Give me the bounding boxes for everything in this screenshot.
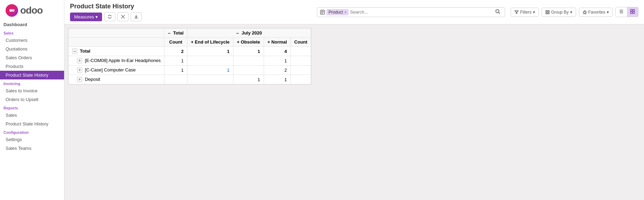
pivot-total-count-july: 4 <box>264 47 290 56</box>
content-area: – Total – July 2020 Count + End of L <box>64 24 644 200</box>
sidebar-item-products[interactable]: Products <box>0 62 64 71</box>
view-toggle <box>615 7 638 17</box>
pivot-computer-expand[interactable]: + <box>77 67 82 73</box>
sidebar-item-sales-report[interactable]: Sales <box>0 111 64 120</box>
pivot-total-obsolete: 1 <box>233 47 264 56</box>
svg-rect-12 <box>546 13 547 14</box>
search-bar: Product × <box>317 7 505 17</box>
sidebar-item-product-state-history[interactable]: Product State History <box>0 71 64 79</box>
page-title: Product State History <box>70 3 142 10</box>
pivot-total-collapse[interactable]: – <box>72 48 77 54</box>
sidebar-item-product-state-history-report[interactable]: Product State History <box>0 120 64 128</box>
groupby-button[interactable]: Group By ▾ <box>542 8 576 17</box>
svg-point-1 <box>12 9 15 12</box>
pivot-computer-eol: 1 <box>187 66 233 75</box>
pivot-deposit-expand[interactable]: + <box>77 77 82 82</box>
expand-icon-button[interactable] <box>104 12 115 21</box>
svg-point-8 <box>496 9 499 13</box>
pivot-deposit-eol <box>187 75 233 84</box>
pivot-count-header-july: Count <box>290 38 311 47</box>
pivot-deposit-empty <box>290 75 311 84</box>
search-tag-remove[interactable]: × <box>344 10 347 14</box>
sidebar-section-sales: Sales <box>0 29 64 36</box>
pivot-col-header-row: – Total – July 2020 <box>69 29 311 38</box>
svg-rect-10 <box>546 10 547 12</box>
pivot-total-row: – Total 2 1 1 4 <box>69 47 311 56</box>
top-bar-left: Product State History Measures ▾ <box>70 3 142 21</box>
main-content: Product State History Measures ▾ <box>64 0 644 200</box>
pivot-deposit-count-july: 1 <box>264 75 290 84</box>
pivot-row-label-header <box>69 38 164 47</box>
pivot-eol-header: + End of Lifecycle <box>187 38 233 47</box>
table-row: + [C-Case] Computer Case 1 1 2 <box>69 66 311 75</box>
table-row: + [E-COM08] Apple In-Ear Headphones 1 1 <box>69 56 311 66</box>
search-icon <box>495 9 501 14</box>
list-icon <box>320 10 325 15</box>
pivot-corner-cell <box>69 29 164 38</box>
pivot-row-computer-label: + [C-Case] Computer Case <box>69 66 164 75</box>
pivot-computer-obsolete <box>233 66 264 75</box>
pivot-total-count-empty <box>290 47 311 56</box>
sidebar-item-dashboard[interactable]: Dashboard <box>0 20 64 29</box>
sidebar-item-customers[interactable]: Customers <box>0 36 64 45</box>
pivot-apple-eol <box>187 56 233 66</box>
star-icon <box>583 10 587 14</box>
logo-text: odoo <box>20 5 42 16</box>
groupby-icon <box>545 10 550 14</box>
pivot-row-deposit-label: + Deposit <box>69 75 164 84</box>
sidebar-section-reports: Reports <box>0 104 64 111</box>
sidebar-item-sales-to-invoice[interactable]: Sales to Invoice <box>0 86 64 95</box>
pivot-normal-header: + Normal <box>264 38 290 47</box>
measures-button[interactable]: Measures ▾ <box>70 13 102 21</box>
pivot-deposit-count-total <box>164 75 187 84</box>
pivot-apple-obsolete <box>233 56 264 66</box>
pivot-obsolete-header: + Obsolete <box>233 38 264 47</box>
svg-rect-21 <box>633 12 635 14</box>
svg-marker-14 <box>583 10 587 14</box>
svg-rect-13 <box>548 13 549 14</box>
svg-rect-11 <box>548 10 549 12</box>
sidebar-item-settings[interactable]: Settings <box>0 135 64 144</box>
svg-rect-20 <box>630 12 632 14</box>
search-submit-button[interactable] <box>494 9 502 16</box>
pivot-total-label: – Total <box>69 47 164 56</box>
search-tag-product[interactable]: Product × <box>326 9 349 15</box>
filters-button[interactable]: Filters ▾ <box>511 8 539 17</box>
list-view-icon <box>619 9 624 14</box>
sidebar-section-configuration: Configuration <box>0 128 64 135</box>
svg-point-0 <box>9 9 12 12</box>
pivot-total-count-total: 2 <box>164 47 187 56</box>
list-view-button[interactable] <box>616 7 627 17</box>
pivot-deposit-obsolete: 1 <box>233 75 264 84</box>
pivot-view-button[interactable] <box>627 7 638 17</box>
search-input[interactable] <box>350 9 494 15</box>
svg-rect-19 <box>633 9 635 11</box>
pivot-total-eol: 1 <box>187 47 233 56</box>
download-button[interactable] <box>131 12 142 21</box>
pivot-apple-count-total: 1 <box>164 56 187 66</box>
svg-line-9 <box>499 12 500 14</box>
sidebar: odoo Dashboard Sales Customers Quotation… <box>0 0 64 200</box>
pivot-view-icon <box>630 9 635 14</box>
sidebar-item-sales-orders[interactable]: Sales Orders <box>0 53 64 62</box>
sidebar-item-quotations[interactable]: Quotations <box>0 45 64 53</box>
toolbar: Measures ▾ <box>70 12 142 21</box>
table-row: + Deposit 1 1 <box>69 75 311 84</box>
logo-icon <box>6 4 18 17</box>
favorites-button[interactable]: Favorites ▾ <box>579 8 613 17</box>
sidebar-section-invoicing: Invoicing <box>0 79 64 86</box>
filter-bar: Filters ▾ Group By ▾ <box>511 8 613 17</box>
sidebar-item-orders-to-upsell[interactable]: Orders to Upsell <box>0 95 64 104</box>
odoo-logo[interactable]: odoo <box>6 4 42 17</box>
clear-button[interactable] <box>117 12 129 21</box>
pivot-row-apple-label: + [E-COM08] Apple In-Ear Headphones <box>69 56 164 66</box>
pivot-apple-expand[interactable]: + <box>77 58 82 63</box>
top-bar-right: Product × Filters ▾ <box>317 7 638 17</box>
pivot-computer-count-total: 1 <box>164 66 187 75</box>
sidebar-item-sales-teams[interactable]: Sales Teams <box>0 144 64 153</box>
svg-rect-18 <box>630 9 632 11</box>
pivot-table: – Total – July 2020 Count + End of L <box>68 28 311 84</box>
pivot-apple-empty <box>290 56 311 66</box>
logo-area: odoo <box>0 0 64 20</box>
pivot-count-header-total: Count <box>164 38 187 47</box>
